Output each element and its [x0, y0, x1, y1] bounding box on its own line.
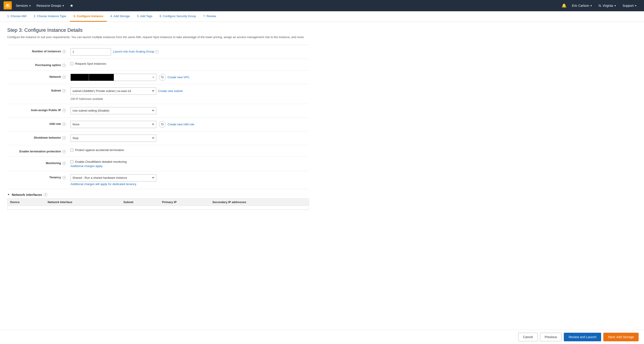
number-of-instances-input[interactable]	[70, 48, 111, 55]
iam-role-label: IAM role i	[7, 121, 70, 126]
network-label: Network i	[7, 74, 70, 79]
wizard-step-1[interactable]: 1. Choose AMI	[4, 11, 30, 22]
termination-protection-control: Protect against accidental termination	[70, 148, 309, 152]
subnet-select[interactable]: subnet-c5ddbfef | Private subnet | us-ea…	[70, 87, 156, 95]
user-menu[interactable]: Eric Carlson ▼	[570, 0, 594, 11]
iam-refresh-button[interactable]: ↻	[159, 121, 166, 128]
table-header-network-interface: Network Interface	[45, 199, 120, 206]
network-row: Network i ▼ ↻ Create new VPC	[7, 71, 309, 84]
launch-asg-button[interactable]: Launch into Auto Scaling Group i	[113, 48, 159, 55]
region-menu[interactable]: N. Virginia ▼	[597, 0, 618, 11]
protect-termination-label: Protect against accidental termination	[70, 148, 124, 152]
network-interfaces-table-container: Device Network Interface Subnet Primary …	[7, 198, 309, 210]
tenancy-row: Tenancy i Shared - Run a shared hardware…	[7, 171, 309, 189]
configure-instance-form: Number of instances i Launch into Auto S…	[7, 45, 309, 189]
table-cell-device	[8, 206, 45, 209]
tenancy-select[interactable]: Shared - Run a shared hardware instance	[70, 174, 156, 181]
network-interfaces-info-icon[interactable]: i	[44, 193, 48, 196]
resource-groups-chevron-icon: ▼	[62, 4, 64, 7]
subnet-available-text: 238 IP Addresses available	[70, 97, 309, 101]
monitoring-label: Monitoring i	[7, 160, 70, 165]
network-interfaces-header[interactable]: ▼ Network interfaces i	[7, 189, 309, 198]
termination-protection-label: Enable termination protection i	[7, 148, 70, 154]
notifications-icon[interactable]: 🔔	[559, 3, 569, 8]
shutdown-behavior-label: Shutdown behavior i	[7, 135, 70, 140]
wizard-step-6[interactable]: 6. Configure Security Group	[156, 11, 200, 22]
enable-monitoring-checkbox[interactable]	[70, 160, 74, 163]
create-iam-button[interactable]: Create new IAM role	[168, 121, 194, 127]
subnet-control: subnet-c5ddbfef | Private subnet | us-ea…	[70, 87, 309, 101]
tenancy-info-icon[interactable]: i	[62, 176, 66, 179]
enable-monitoring-label: Enable CloudWatch detailed monitoring	[70, 160, 127, 164]
tenancy-charges-link[interactable]: Additional charges will apply for dedica…	[70, 182, 156, 186]
network-interfaces-table: Device Network Interface Subnet Primary …	[8, 199, 309, 210]
number-of-instances-row: Number of instances i Launch into Auto S…	[7, 45, 309, 59]
purchasing-option-info-icon[interactable]: i	[62, 64, 66, 67]
shutdown-behavior-control: Stop	[70, 135, 309, 142]
launch-asg-info-icon[interactable]: i	[155, 50, 159, 53]
main-content: Step 3: Configure Instance Details Confi…	[0, 22, 316, 231]
additional-charges-link[interactable]: Additional charges apply.	[70, 164, 127, 168]
monitoring-info-icon[interactable]: i	[62, 162, 66, 165]
iam-role-select[interactable]: None	[70, 121, 156, 128]
iam-role-info-icon[interactable]: i	[62, 122, 66, 126]
tenancy-label: Tenancy i	[7, 174, 70, 179]
wizard-step-3[interactable]: 3. Configure Instance	[70, 11, 107, 22]
table-cell-network-interface	[45, 206, 120, 209]
network-info-icon[interactable]: i	[62, 75, 66, 79]
create-vpc-button[interactable]: Create new VPC	[168, 74, 190, 80]
services-chevron-icon: ▼	[29, 4, 31, 7]
top-navigation: Services ▼ Resource Groups ▼ ★ 🔔 Eric Ca…	[0, 0, 644, 11]
auto-assign-ip-label: Auto-assign Public IP i	[7, 107, 70, 112]
section-collapse-icon: ▼	[7, 193, 10, 196]
bookmark-icon[interactable]: ★	[68, 0, 75, 11]
protect-termination-checkbox[interactable]	[70, 149, 74, 152]
monitoring-wrapper: Enable CloudWatch detailed monitoring Ad…	[70, 160, 127, 168]
number-of-instances-info-icon[interactable]: i	[62, 50, 66, 53]
tenancy-control: Shared - Run a shared hardware instance …	[70, 174, 309, 186]
network-control: ▼ ↻ Create new VPC	[70, 74, 309, 81]
region-chevron-icon: ▼	[614, 4, 616, 7]
support-menu[interactable]: Support ▼	[621, 0, 638, 11]
request-spot-checkbox[interactable]	[70, 62, 74, 65]
network-select[interactable]: ▼	[70, 74, 156, 81]
purchasing-option-row: Purchasing option i Request Spot instanc…	[7, 59, 309, 71]
aws-logo[interactable]	[4, 1, 12, 10]
subnet-row: Subnet i subnet-c5ddbfef | Private subne…	[7, 84, 309, 104]
table-header-secondary-ip: Secondary IP addresses	[210, 199, 309, 206]
page-description: Configure the instance to suit your requ…	[7, 35, 309, 39]
create-subnet-button[interactable]: Create new subnet	[158, 88, 183, 94]
wizard-step-4[interactable]: 4. Add Storage	[107, 11, 134, 22]
table-cell-primary-ip	[160, 206, 210, 209]
purchasing-option-label: Purchasing option i	[7, 62, 70, 67]
table-header-device: Device	[8, 199, 45, 206]
tenancy-wrap: Shared - Run a shared hardware instance …	[70, 174, 156, 186]
subnet-info-icon[interactable]: i	[62, 89, 66, 93]
iam-role-control: None ↻ Create new IAM role	[70, 121, 309, 128]
number-of-instances-control: Launch into Auto Scaling Group i	[70, 48, 309, 55]
termination-protection-info-icon[interactable]: i	[62, 150, 66, 154]
table-header-primary-ip: Primary IP	[160, 199, 210, 206]
wizard-step-5[interactable]: 5. Add Tags	[134, 11, 156, 22]
wizard-step-7[interactable]: 7. Review	[200, 11, 220, 22]
network-refresh-button[interactable]: ↻	[159, 74, 166, 81]
iam-role-row: IAM role i None ↻ Create new IAM role	[7, 118, 309, 131]
network-interfaces-section: ▼ Network interfaces i Device Network In…	[7, 189, 309, 210]
monitoring-row: Monitoring i Enable CloudWatch detailed …	[7, 157, 309, 171]
shutdown-behavior-row: Shutdown behavior i Stop	[7, 131, 309, 145]
user-chevron-icon: ▼	[590, 4, 592, 7]
request-spot-label: Request Spot instances	[70, 62, 106, 65]
table-cell-subnet	[120, 206, 159, 209]
subnet-label: Subnet i	[7, 87, 70, 93]
support-chevron-icon: ▼	[634, 4, 637, 7]
resource-groups-menu[interactable]: Resource Groups ▼	[35, 0, 66, 11]
wizard-step-2[interactable]: 2. Choose Instance Type	[30, 11, 70, 22]
auto-assign-ip-select[interactable]: Use subnet setting (Disable)	[70, 107, 156, 114]
shutdown-behavior-info-icon[interactable]: i	[62, 136, 66, 140]
number-of-instances-label: Number of instances i	[7, 48, 70, 53]
wizard-steps: 1. Choose AMI 2. Choose Instance Type 3.…	[0, 11, 644, 22]
services-menu[interactable]: Services ▼	[14, 0, 33, 11]
monitoring-control: Enable CloudWatch detailed monitoring Ad…	[70, 160, 309, 168]
shutdown-behavior-select[interactable]: Stop	[70, 135, 156, 142]
auto-assign-ip-info-icon[interactable]: i	[62, 109, 66, 112]
